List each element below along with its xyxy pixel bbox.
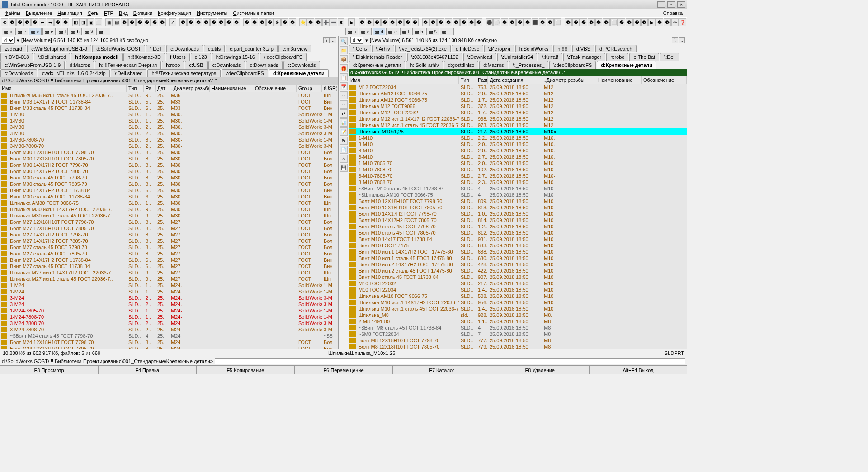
toolbar-btn[interactable]: � [54, 18, 61, 26]
toolbar-btn[interactable]: � [121, 18, 128, 26]
tab[interactable]: c:utils [204, 45, 225, 52]
file-row[interactable]: 3-M10SLD..2 0..25.09.2018 18:50M10. [349, 141, 687, 147]
toolbar-btn[interactable]: � [565, 18, 572, 26]
toolbar-btn[interactable]: � [373, 18, 381, 26]
file-row[interactable]: Винт М33 сталь 45 ГОСТ 11738-84SLD..6..2… [0, 105, 338, 111]
column-header[interactable]: (USR) [322, 85, 338, 92]
toolbar-btn[interactable]: ◧ [72, 18, 80, 26]
file-row[interactable]: 1-M24-7808-70SLD..1..25..M24-SolidWorks1… [0, 314, 338, 320]
column-header[interactable]: Имя [349, 76, 459, 84]
toolbar-btn[interactable]: ❓ [679, 18, 686, 26]
toolbar-btn[interactable]: ⬜ [610, 18, 618, 26]
menu-Инструменты[interactable]: Инструменты [194, 9, 231, 17]
toolbar-btn[interactable]: � [501, 18, 508, 26]
column-header[interactable]: Обозначение [642, 76, 687, 84]
toolbar-btn[interactable]: � [144, 18, 151, 26]
tab[interactable]: e:The Bat [629, 53, 659, 61]
toolbar-btn[interactable]: ▤ [113, 18, 120, 26]
toolbar-btn[interactable]: � [572, 18, 580, 26]
file-row[interactable]: 3-M30SLD..2..25..M30.SolidWorks3-M [0, 124, 338, 130]
toolbar-btn[interactable]: � [128, 18, 136, 26]
toolbar-btn[interactable]: ⬅ [39, 18, 46, 26]
toolbar-btn[interactable]: � [516, 18, 524, 26]
file-row[interactable]: Болт М30 12Х18Н10Т ГОСТ 7798-70SLD..8..2… [0, 149, 338, 156]
minimize-button[interactable]: _ [657, 1, 665, 8]
file-row[interactable]: Болт М27 сталь 45 ГОСТ 7798-70SLD..8..25… [0, 244, 338, 250]
file-row[interactable]: М10 ГОСТ22032SLD..217..25.09.2018 18:50M… [349, 280, 687, 287]
file-row[interactable]: 1-M30-7808-70SLD..8..25..M30-SolidWorks1… [0, 137, 338, 143]
tab[interactable]: h:!!!! [553, 45, 571, 52]
drive-select-left[interactable]: d [2, 37, 15, 44]
file-row[interactable]: Болт М10 12Х18Н10Т ГОСТ 7805-70SLD..813.… [349, 204, 687, 211]
tab[interactable]: h:robo [162, 61, 184, 69]
drive-\\[interactable]: 🖴 \\ [83, 28, 95, 35]
tab[interactable]: d:FileDesc [452, 45, 483, 52]
menu-FTP[interactable]: FTP [101, 9, 116, 17]
menu-Конфигурация[interactable]: Конфигурация [155, 9, 194, 17]
toolbar-btn[interactable]: � [233, 18, 240, 26]
toolbar-btn[interactable]: � [524, 18, 531, 26]
toolbar-btn[interactable]: � [664, 18, 671, 26]
file-row[interactable]: ~$М8 ГОСТ22034SLD..725.09.2018 18:50M8 [349, 331, 687, 337]
column-header[interactable]: Наименование [210, 85, 253, 92]
tab[interactable]: c:Downloads [208, 61, 245, 69]
toolbar-btn[interactable]: � [412, 18, 419, 26]
file-row[interactable]: 1-M24SLD..1..25..M24.SolidWorks1-M [0, 288, 338, 295]
tab[interactable]: d:gostdiniso [444, 61, 479, 69]
toolbar-btn[interactable]: � [618, 18, 625, 26]
file-row[interactable]: 3-M30SLD..2..25..M30.SolidWorks3-M [0, 130, 338, 137]
tab[interactable]: \:Сеть [349, 45, 371, 52]
file-row[interactable]: Шпилька М12 исп.1 сталь 45 ГОСТ 22036-7.… [349, 122, 687, 128]
tab[interactable]: d:SolidWorks GOST [92, 45, 145, 52]
tab[interactable]: \:_Processes_ [509, 61, 549, 69]
toolbar-btn[interactable]: ➡ [47, 18, 54, 26]
toolbar-btn[interactable]: � [404, 18, 411, 26]
toolbar-btn[interactable]: � [396, 18, 404, 26]
maximize-button[interactable]: ▫ [667, 1, 675, 8]
file-row[interactable]: Шпилька_М8sld..928..25.09.2018 18:50M8. [349, 312, 687, 318]
toolbar-btn[interactable]: � [641, 18, 648, 26]
toolbar-btn[interactable]: � [259, 18, 266, 26]
tab[interactable]: h:SolidWorks [515, 45, 553, 52]
fkey[interactable]: F4 Правка [98, 366, 196, 374]
file-row[interactable]: 1-M10-7808-70SLD..102..25.09.2018 18:50M… [349, 166, 687, 173]
sidebar-btn[interactable]: 📁 [340, 46, 348, 54]
file-row[interactable]: Болт М10 сталь 45 ГОСТ 7798-70SLD..1 2..… [349, 223, 687, 230]
tab-active[interactable]: d:Крепежные детали [269, 69, 329, 77]
toolbar-btn[interactable]: ⚫ [486, 18, 493, 26]
file-row[interactable]: 3-M10SLD..2 0..25.09.2018 18:50M10. [349, 147, 687, 154]
drive-d[interactable]: 🖴 d [29, 28, 42, 35]
menu-Сеть[interactable]: Сеть [85, 9, 101, 17]
toolbar-btn[interactable]: � [281, 18, 288, 26]
tab[interactable]: d:Macros [479, 61, 508, 69]
tab[interactable]: d:VBS [572, 45, 594, 52]
toolbar-btn[interactable]: � [509, 18, 516, 26]
file-row[interactable]: Винт М10 исп.1 сталь 45 ГОСТ 17475-80SLD… [349, 255, 687, 261]
path-left[interactable]: d:\SolidWorks GOST\!!!!Библиотека Проект… [0, 77, 338, 85]
column-header[interactable]: Разм [476, 76, 488, 84]
toolbar-btn[interactable]: � [603, 18, 610, 26]
fkey[interactable]: F6 Перемещение [294, 366, 392, 374]
tab[interactable]: \:Dell [146, 45, 165, 52]
toolbar-btn[interactable]: ▣ [87, 18, 94, 26]
toolbar-btn[interactable]: � [366, 18, 373, 26]
toolbar-btn[interactable]: ⚙ [274, 18, 281, 26]
toolbar-btn[interactable]: � [266, 18, 274, 26]
up-button[interactable]: .. [679, 37, 685, 43]
file-row[interactable]: Болт М8 12Х18Н10Т ГОСТ 7798-70SLD..777..… [349, 337, 687, 344]
toolbar-btn[interactable]: � [588, 18, 595, 26]
toolbar-btn[interactable]: � [225, 18, 232, 26]
toolbar-btn[interactable]: ✖ [338, 18, 345, 26]
sidebar-btn[interactable]: 📄 [340, 146, 348, 154]
tab[interactable]: h:!Solid arhiv [406, 61, 443, 69]
sidebar-btn[interactable]: ⚠ [340, 155, 348, 163]
sidebar-btn[interactable]: 📋 [340, 73, 348, 81]
file-row[interactable]: 1-M10SLD..2 2..25.09.2018 18:50M10. [349, 135, 687, 141]
toolbar-btn[interactable]: � [460, 18, 467, 26]
drive-c[interactable]: 🖴 c [359, 28, 372, 35]
toolbar-btn[interactable]: � [475, 18, 482, 26]
toolbar-btn[interactable]: � [179, 18, 187, 26]
sidebar-btn[interactable]: 🔍 [340, 37, 348, 45]
toolbar-btn[interactable]: � [210, 18, 217, 26]
column-header[interactable]: ↓Диаметр резьбы [542, 76, 596, 84]
